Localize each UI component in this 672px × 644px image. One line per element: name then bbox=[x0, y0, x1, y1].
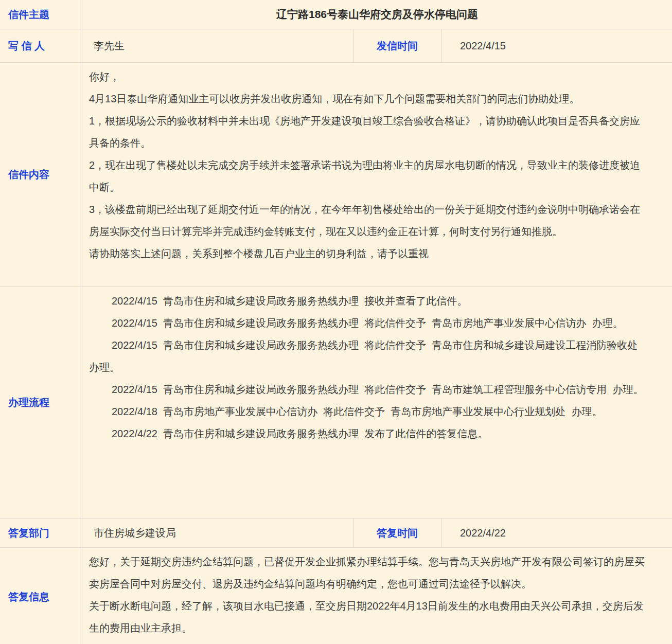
reply-info-label: 答复信息 bbox=[0, 548, 82, 644]
content-paragraph: 2，现在出现了售楼处以未完成交房手续并未签署承诺书说为理由将业主的房屋水电切断的… bbox=[89, 154, 647, 199]
reply-department-name: 市住房城乡建设局 bbox=[82, 518, 353, 547]
content-paragraph: 3，该楼盘前期已经出现了延期交付近一年的情况，在今年年初售楼处给出的一份关于延期… bbox=[89, 199, 647, 243]
content-paragraph: 你好， bbox=[89, 66, 647, 88]
reply-paragraph: 您好，关于延期交房违约金结算问题，已督促开发企业抓紧办理结算手续。您与青岛天兴房… bbox=[89, 551, 647, 595]
reply-paragraph: 关于断水断电问题，经了解，该项目水电已接通，至交房日期2022年4月13日前发生… bbox=[89, 595, 647, 639]
content-paragraph: 4月13日泰山华府通知业主可以收房并发出收房通知，现在有如下几个问题需要相关部门… bbox=[89, 88, 647, 110]
letter-detail-table: 信件主题 辽宁路186号泰山华府交房及停水停电问题 写 信 人 李先生 发信时间… bbox=[0, 0, 672, 644]
send-time-label: 发信时间 bbox=[353, 29, 441, 62]
reply-info-row: 答复信息 您好，关于延期交房违约金结算问题，已督促开发企业抓紧办理结算手续。您与… bbox=[0, 548, 672, 644]
letter-title: 辽宁路186号泰山华府交房及停水停电问题 bbox=[82, 0, 672, 29]
letter-content-label: 信件内容 bbox=[0, 63, 82, 287]
letter-content-text: 你好， 4月13日泰山华府通知业主可以收房并发出收房通知，现在有如下几个问题需要… bbox=[82, 63, 672, 287]
send-time-value: 2022/4/15 bbox=[441, 29, 672, 62]
process-flow-row: 办理流程 2022/4/15 青岛市住房和城乡建设局政务服务热线办理 接收并查看… bbox=[0, 287, 672, 518]
letter-content-row: 信件内容 你好， 4月13日泰山华府通知业主可以收房并发出收房通知，现在有如下几… bbox=[0, 63, 672, 287]
sender-row: 写 信 人 李先生 发信时间 2022/4/15 bbox=[0, 29, 672, 63]
process-entry: 2022/4/15 青岛市住房和城乡建设局政务服务热线办理 接收并查看了此信件。 bbox=[89, 290, 647, 312]
process-entry: 2022/4/15 青岛市住房和城乡建设局政务服务热线办理 将此信件交予 青岛市… bbox=[89, 379, 647, 401]
subject-label: 信件主题 bbox=[0, 0, 82, 29]
reply-time-label: 答复时间 bbox=[353, 518, 441, 547]
process-flow-text: 2022/4/15 青岛市住房和城乡建设局政务服务热线办理 接收并查看了此信件。… bbox=[82, 287, 672, 518]
reply-time-value: 2022/4/22 bbox=[441, 518, 672, 547]
reply-department-row: 答复部门 市住房城乡建设局 答复时间 2022/4/22 bbox=[0, 518, 672, 548]
process-entry: 2022/4/22 青岛市住房和城乡建设局政务服务热线办理 发布了此信件的答复信… bbox=[89, 423, 647, 445]
process-entry: 2022/4/15 青岛市住房和城乡建设局政务服务热线办理 将此信件交予 青岛市… bbox=[89, 334, 647, 379]
reply-info-text: 您好，关于延期交房违约金结算问题，已督促开发企业抓紧办理结算手续。您与青岛天兴房… bbox=[82, 548, 672, 644]
process-entry: 2022/4/18 青岛市房地产事业发展中心信访办 将此信件交予 青岛市房地产事… bbox=[89, 401, 647, 423]
process-entry: 2022/4/15 青岛市住房和城乡建设局政务服务热线办理 将此信件交予 青岛市… bbox=[89, 312, 647, 334]
content-paragraph: 请协助落实上述问题，关系到整个楼盘几百户业主的切身利益，请予以重视 bbox=[89, 243, 647, 265]
process-flow-label: 办理流程 bbox=[0, 287, 82, 518]
subject-row: 信件主题 辽宁路186号泰山华府交房及停水停电问题 bbox=[0, 0, 672, 29]
content-paragraph: 1，根据现场公示的验收材料中并未出现《房地产开发建设项目竣工综合验收合格证》，请… bbox=[89, 110, 647, 154]
sender-name: 李先生 bbox=[82, 29, 353, 62]
reply-department-label: 答复部门 bbox=[0, 518, 82, 547]
sender-label: 写 信 人 bbox=[0, 29, 82, 62]
